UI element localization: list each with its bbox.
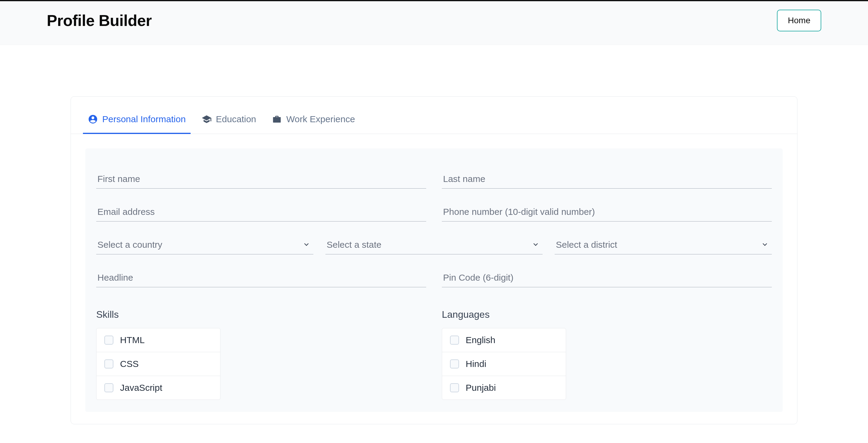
profile-card: Personal Information Education Work Expe… [70, 96, 798, 424]
pincode-input[interactable] [442, 266, 772, 287]
skill-label: CSS [120, 359, 139, 369]
tab-education[interactable]: Education [197, 109, 261, 134]
tab-label: Work Experience [286, 114, 355, 124]
languages-group: Languages English Hindi Punjabi [442, 309, 772, 400]
skill-checkbox-css[interactable] [104, 359, 114, 368]
list-item[interactable]: CSS [96, 352, 220, 376]
skills-list: HTML CSS JavaScript [96, 328, 220, 400]
languages-list: English Hindi Punjabi [442, 328, 566, 400]
school-icon [202, 114, 212, 124]
list-item[interactable]: JavaScript [96, 376, 220, 400]
tab-label: Personal Information [102, 114, 186, 124]
skills-group: Skills HTML CSS JavaScript [96, 309, 426, 400]
home-button[interactable]: Home [777, 10, 821, 31]
tabs-bar: Personal Information Education Work Expe… [71, 96, 797, 134]
list-item[interactable]: Punjabi [442, 376, 566, 400]
first-name-input[interactable] [96, 168, 426, 188]
language-checkbox-punjabi[interactable] [450, 383, 459, 392]
skill-checkbox-html[interactable] [104, 335, 114, 345]
country-select[interactable]: Select a country [96, 234, 313, 255]
language-label: English [466, 335, 495, 345]
skills-title: Skills [96, 309, 426, 320]
list-item[interactable]: HTML [96, 328, 220, 352]
skill-label: HTML [120, 335, 145, 345]
tab-personal-information[interactable]: Personal Information [83, 109, 191, 134]
briefcase-icon [272, 114, 282, 124]
page-title: Profile Builder [47, 11, 152, 30]
last-name-input[interactable] [442, 168, 772, 188]
language-label: Punjabi [466, 383, 496, 393]
language-label: Hindi [466, 359, 486, 369]
language-checkbox-hindi[interactable] [450, 359, 459, 368]
account-circle-icon [88, 114, 98, 124]
phone-input[interactable] [442, 201, 772, 222]
state-select[interactable]: Select a state [326, 234, 542, 255]
skill-label: JavaScript [120, 383, 162, 393]
tab-label: Education [216, 114, 256, 124]
list-item[interactable]: Hindi [442, 352, 566, 376]
headline-input[interactable] [96, 266, 426, 287]
skill-checkbox-javascript[interactable] [104, 383, 114, 392]
languages-title: Languages [442, 309, 772, 320]
list-item[interactable]: English [442, 328, 566, 352]
email-input[interactable] [96, 201, 426, 222]
language-checkbox-english[interactable] [450, 335, 459, 345]
district-select[interactable]: Select a district [555, 234, 772, 255]
app-header: Profile Builder Home [0, 1, 868, 45]
personal-info-panel: Select a country Select a state Select a… [85, 148, 783, 412]
tab-work-experience[interactable]: Work Experience [267, 109, 360, 134]
